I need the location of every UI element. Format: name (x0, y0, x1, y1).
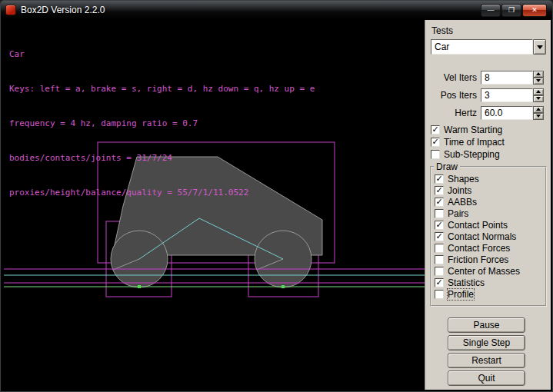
single-step-button[interactable]: Single Step (448, 335, 525, 350)
checkbox-friction-forces[interactable]: Friction Forces (431, 254, 545, 265)
front-contact-point (281, 285, 285, 288)
quit-button[interactable]: Quit (448, 370, 525, 386)
hertz-arrows (533, 106, 544, 120)
contact-points-label: Contact Points (448, 220, 508, 231)
shapes-checkbox-icon[interactable] (435, 174, 444, 184)
control-panel: Tests Car Vel Iters 8 Pos Iters (425, 20, 551, 390)
minimize-icon: — (488, 7, 495, 14)
shapes-label: Shapes (448, 174, 479, 184)
vel-iters-down-button[interactable] (533, 78, 544, 85)
checkbox-contact-forces[interactable]: Contact Forces (431, 242, 545, 254)
contact-normals-label: Contact Normals (448, 231, 516, 242)
statistics-checkbox-icon[interactable] (435, 278, 444, 287)
titlebar[interactable]: Box2D Version 2.2.0 — ❐ ✕ (1, 1, 552, 20)
close-icon: ✕ (531, 7, 538, 14)
checkbox-aabbs[interactable]: AABBs (431, 196, 545, 208)
vel-iters-spinner: Vel Iters 8 (425, 68, 551, 86)
test-select-value[interactable]: Car (431, 39, 533, 55)
profile-checkbox-icon[interactable] (435, 290, 444, 299)
warm-starting-label: Warm Starting (444, 125, 502, 135)
center-of-masses-label: Center of Masses (448, 266, 520, 277)
time-of-impact-checkbox-icon[interactable] (431, 138, 440, 147)
checkbox-pairs[interactable]: Pairs (431, 208, 545, 219)
pairs-label: Pairs (448, 208, 468, 219)
checkbox-time-of-impact[interactable]: Time of Impact (425, 136, 551, 148)
tests-label: Tests (431, 25, 551, 36)
window-controls: — ❐ ✕ (480, 4, 547, 17)
aabbs-checkbox-icon[interactable] (435, 198, 444, 207)
hertz-down-button[interactable] (533, 113, 544, 120)
test-select[interactable]: Car (431, 39, 546, 55)
debug-line-title: Car (9, 48, 315, 60)
checkbox-shapes[interactable]: Shapes (431, 173, 545, 184)
statistics-label: Statistics (448, 277, 485, 288)
friction-forces-checkbox-icon[interactable] (435, 255, 444, 264)
debug-line-keys: Keys: left = a, brake = s, right = d, hz… (9, 83, 315, 95)
draw-group-label: Draw (434, 161, 460, 172)
checkbox-sub-stepping[interactable]: Sub-Stepping (425, 148, 551, 161)
debug-line-proxies: proxies/height/balance/quality = 55/7/1/… (9, 187, 315, 198)
close-button[interactable]: ✕ (522, 4, 547, 17)
sub-stepping-checkbox-icon[interactable] (431, 150, 440, 159)
vel-iters-up-button[interactable] (533, 71, 544, 78)
vel-iters-label: Vel Iters (425, 72, 481, 83)
center-of-masses-checkbox-icon[interactable] (435, 267, 444, 276)
checkbox-joints[interactable]: Joints (431, 184, 545, 196)
checkbox-contact-normals[interactable]: Contact Normals (431, 231, 545, 242)
pos-iters-spinner: Pos Iters 3 (425, 86, 551, 104)
iteration-settings: Vel Iters 8 Pos Iters 3 Hert (425, 68, 551, 121)
pos-iters-input[interactable]: 3 (481, 88, 533, 102)
draw-group: Draw Shapes Joints AABBs Pairs (430, 161, 547, 307)
simulation-canvas[interactable]: Car Keys: left = a, brake = s, right = d… (4, 20, 425, 390)
contact-points-checkbox-icon[interactable] (435, 221, 444, 230)
vel-iters-arrows (533, 71, 544, 85)
debug-line-frequency: frequency = 4 hz, damping ratio = 0.7 (9, 118, 315, 129)
box2d-window: Box2D Version 2.2.0 — ❐ ✕ Car Keys: left… (0, 0, 553, 392)
hertz-input[interactable]: 60.0 (481, 106, 533, 120)
checkbox-center-of-masses[interactable]: Center of Masses (431, 265, 545, 277)
contact-forces-checkbox-icon[interactable] (435, 244, 444, 253)
test-select-dropdown-button[interactable] (533, 39, 546, 55)
minimize-button[interactable]: — (481, 4, 501, 17)
pos-iters-down-button[interactable] (533, 95, 544, 102)
debug-line-bodies: bodies/contacts/joints = 31/7/24 (9, 152, 315, 164)
checkbox-profile[interactable]: Profile (431, 288, 545, 300)
contact-normals-checkbox-icon[interactable] (435, 232, 444, 241)
joints-label: Joints (448, 185, 471, 196)
pos-iters-label: Pos Iters (425, 90, 481, 101)
friction-forces-label: Friction Forces (448, 254, 508, 265)
maximize-icon: ❐ (508, 7, 515, 14)
pos-iters-up-button[interactable] (533, 88, 544, 95)
aabbs-label: AABBs (448, 197, 477, 208)
checkbox-warm-starting[interactable]: Warm Starting (425, 124, 551, 136)
debug-text: Car Keys: left = a, brake = s, right = d… (9, 25, 315, 221)
solver-options: Warm Starting Time of Impact Sub-Steppin… (425, 124, 551, 161)
pause-button[interactable]: Pause (448, 317, 525, 333)
pos-iters-arrows (533, 88, 544, 102)
warm-starting-checkbox-icon[interactable] (431, 125, 440, 135)
window-title: Box2D Version 2.2.0 (21, 5, 480, 15)
checkbox-contact-points[interactable]: Contact Points (431, 219, 545, 231)
maximize-button[interactable]: ❐ (501, 4, 521, 17)
hertz-spinner: Hertz 60.0 (425, 104, 551, 121)
contact-forces-label: Contact Forces (448, 243, 510, 254)
time-of-impact-label: Time of Impact (444, 137, 505, 148)
window-icon (5, 5, 16, 15)
sub-stepping-label: Sub-Stepping (444, 149, 500, 160)
checkbox-statistics[interactable]: Statistics (431, 277, 545, 288)
rear-contact-point (138, 285, 141, 288)
hertz-label: Hertz (425, 108, 481, 118)
hertz-up-button[interactable] (533, 106, 544, 113)
action-buttons: Pause Single Step Restart Quit (425, 317, 551, 386)
joints-checkbox-icon[interactable] (435, 186, 444, 195)
profile-label: Profile (448, 289, 474, 300)
restart-button[interactable]: Restart (448, 353, 525, 368)
pairs-checkbox-icon[interactable] (435, 209, 444, 218)
vel-iters-input[interactable]: 8 (481, 71, 533, 85)
